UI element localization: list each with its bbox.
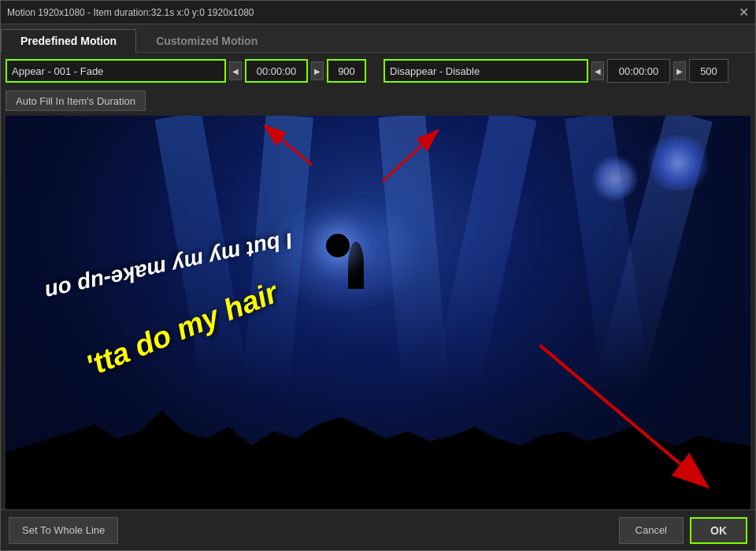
disappear-dropdown[interactable]: Disappear - Disable — [384, 59, 588, 83]
main-window: Motion 1920x1080 - Item duration:32.1s x… — [0, 0, 756, 551]
disappear-duration-field[interactable]: 500 — [689, 59, 728, 83]
cancel-button[interactable]: Cancel — [619, 517, 684, 544]
disappear-time-field[interactable]: 00:00:00 — [607, 59, 670, 83]
disappear-time-increase[interactable]: ▶ — [673, 61, 686, 80]
bottom-bar: Set To Whole Line Cancel OK — [1, 509, 755, 550]
appear-time-field[interactable]: 00:00:00 — [245, 59, 308, 83]
close-button[interactable]: ✕ — [739, 6, 749, 19]
window-title: Motion 1920x1080 - Item duration:32.1s x… — [7, 7, 254, 18]
spotlight-right2 — [591, 155, 639, 202]
main-figure — [348, 242, 364, 289]
preview-area: I but my my make-up on 'tta do my hair — [6, 116, 750, 509]
appear-time-increase[interactable]: ▶ — [311, 61, 324, 80]
controls-row: Appear - 001 - Fade ◀ 00:00:00 ▶ 900 Dis… — [1, 53, 755, 89]
spotlight-right — [643, 135, 713, 190]
title-bar: Motion 1920x1080 - Item duration:32.1s x… — [1, 1, 755, 24]
auto-fill-row: Auto Fill In Item's Duration — [1, 89, 755, 116]
tab-bar: Predefined Motion Customized Motion — [1, 24, 755, 53]
disappear-time-decrease[interactable]: ◀ — [591, 61, 604, 80]
appear-time-decrease[interactable]: ◀ — [229, 61, 242, 80]
tab-customized-motion[interactable]: Customized Motion — [136, 29, 277, 53]
beam-4 — [433, 116, 536, 390]
set-whole-line-button[interactable]: Set To Whole Line — [9, 517, 118, 544]
appear-duration-field[interactable]: 900 — [327, 59, 366, 83]
ok-button[interactable]: OK — [690, 517, 747, 544]
figure-head — [326, 234, 350, 257]
appear-dropdown[interactable]: Appear - 001 - Fade — [6, 59, 226, 83]
tab-predefined-motion[interactable]: Predefined Motion — [1, 29, 136, 53]
auto-fill-button[interactable]: Auto Fill In Item's Duration — [6, 91, 146, 111]
concert-background: I but my my make-up on 'tta do my hair — [6, 116, 750, 509]
bottom-right-buttons: Cancel OK — [619, 517, 747, 544]
